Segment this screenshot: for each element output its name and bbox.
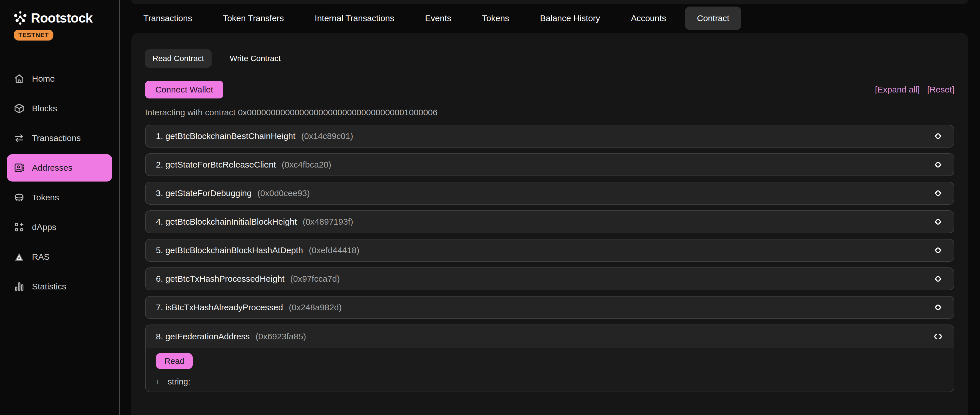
sidebar-item-tokens[interactable]: Tokens	[7, 184, 112, 211]
result-line: ∟ string:	[156, 377, 943, 386]
function-row[interactable]: 3. getStateForDebugging (0x0d0cee93)	[145, 182, 954, 205]
tab-contract[interactable]: Contract	[685, 6, 741, 30]
sidebar-item-label: Blocks	[32, 103, 57, 113]
sidebar-item-label: RAS	[32, 252, 50, 262]
coin-icon	[14, 192, 25, 203]
sidebar-item-blocks[interactable]: Blocks	[7, 95, 112, 122]
function-row[interactable]: 6. getBtcTxHashProcessedHeight (0x97fcca…	[145, 267, 954, 290]
contract-subtabs: Read ContractWrite Contract	[145, 49, 954, 68]
function-selector: (0x97fcca7d)	[290, 274, 340, 283]
main-area: TransactionsToken TransfersInternal Tran…	[120, 0, 980, 415]
reset-link[interactable]: [Reset]	[927, 85, 954, 94]
tab-transactions[interactable]: Transactions	[131, 6, 204, 30]
subtab-read-contract[interactable]: Read Contract	[145, 49, 212, 68]
sidebar-item-label: Tokens	[32, 192, 59, 202]
code-icon[interactable]	[932, 131, 943, 142]
function-selector: (0x4897193f)	[303, 217, 353, 226]
testnet-badge: TESTNET	[14, 30, 53, 41]
function-selector: (0x0d0cee93)	[258, 188, 310, 198]
function-row[interactable]: 5. getBtcBlockchainBlockHashAtDepth (0xe…	[145, 239, 954, 262]
sidebar-nav: Home Blocks Transactions Addresses Token…	[0, 65, 119, 300]
interacting-with-contract-text: Interacting with contract 0x000000000000…	[145, 108, 954, 117]
transactions-icon	[14, 133, 25, 143]
wallet-row: Connect Wallet [Expand all] [Reset]	[145, 81, 954, 99]
function-row-expanded: 8. getFederationAddress (0x6923fa85) Rea…	[145, 324, 954, 392]
sidebar-item-label: Statistics	[32, 282, 66, 291]
function-row[interactable]: 1. getBtcBlockchainBestChainHeight (0x14…	[145, 125, 954, 148]
contact-card-icon	[14, 162, 25, 173]
tab-events[interactable]: Events	[413, 6, 463, 30]
output-type-label: string:	[168, 377, 190, 386]
sidebar-item-label: Transactions	[32, 133, 81, 143]
contract-card: Read ContractWrite Contract Connect Wall…	[131, 33, 968, 415]
function-body: Read ∟ string:	[146, 348, 954, 391]
tab-internal-transactions[interactable]: Internal Transactions	[303, 6, 406, 30]
sidebar-item-addresses[interactable]: Addresses	[7, 154, 112, 181]
subtab-write-contract[interactable]: Write Contract	[223, 49, 288, 68]
tab-token-transfers[interactable]: Token Transfers	[211, 6, 296, 30]
sidebar-item-ras[interactable]: RAS	[7, 243, 112, 270]
app-window: Rootstock TESTNET Home Blocks Transactio…	[0, 0, 980, 415]
cube-icon	[14, 103, 25, 114]
function-selector: (0x14c89c01)	[301, 131, 353, 141]
dapps-icon	[14, 222, 25, 233]
statistics-icon	[14, 281, 25, 292]
function-row[interactable]: 2. getStateForBtcReleaseClient (0xc4fbca…	[145, 153, 954, 176]
code-icon[interactable]	[932, 188, 943, 199]
connect-wallet-button[interactable]: Connect Wallet	[145, 81, 223, 99]
brand-name: Rootstock	[31, 10, 92, 26]
tokens-icon	[14, 192, 25, 203]
ras-icon	[14, 251, 25, 262]
read-button[interactable]: Read	[156, 353, 193, 369]
ras-triangle-icon	[14, 251, 25, 262]
expand-all-link[interactable]: [Expand all]	[875, 85, 920, 94]
code-icon[interactable]	[932, 273, 943, 284]
sidebar-item-statistics[interactable]: Statistics	[7, 273, 112, 300]
tab-tokens[interactable]: Tokens	[470, 6, 521, 30]
addresses-icon	[14, 162, 25, 173]
dapps-grid-icon	[14, 222, 25, 233]
sidebar-item-label: Addresses	[32, 163, 73, 173]
sidebar: Rootstock TESTNET Home Blocks Transactio…	[0, 0, 120, 415]
function-title: 7. isBtcTxHashAlreadyProcessed	[156, 302, 286, 312]
address-tabs: TransactionsToken TransfersInternal Tran…	[131, 4, 968, 33]
function-selector: (0x6923fa85)	[256, 332, 306, 341]
panel-links: [Expand all] [Reset]	[875, 85, 954, 94]
sidebar-item-dapps[interactable]: dApps	[7, 213, 112, 241]
function-row[interactable]: 7. isBtcTxHashAlreadyProcessed (0x248a98…	[145, 296, 954, 319]
function-title: 6. getBtcTxHashProcessedHeight	[156, 274, 287, 283]
code-icon[interactable]	[932, 216, 943, 227]
function-selector: (0x248a982d)	[289, 302, 342, 312]
function-selector: (0xefd44418)	[309, 245, 360, 255]
home-icon	[14, 73, 25, 84]
swap-arrows-icon	[14, 133, 25, 143]
function-title: 5. getBtcBlockchainBlockHashAtDepth	[156, 245, 305, 255]
bar-chart-icon	[14, 281, 25, 292]
code-icon[interactable]	[932, 302, 943, 313]
rootstock-logo-icon	[14, 11, 27, 25]
sidebar-item-label: dApps	[32, 223, 56, 232]
function-title: 3. getStateForDebugging	[156, 188, 254, 198]
sidebar-item-label: Home	[32, 74, 55, 84]
sidebar-item-transactions[interactable]: Transactions	[7, 124, 112, 152]
function-list: 1. getBtcBlockchainBestChainHeight (0x14…	[145, 125, 954, 392]
tab-balance-history[interactable]: Balance History	[528, 6, 612, 30]
code-icon[interactable]	[932, 159, 943, 170]
function-title: 2. getStateForBtcReleaseClient	[156, 160, 278, 169]
code-icon-expanded[interactable]	[932, 331, 943, 342]
blocks-icon	[14, 103, 25, 114]
scrolled-card-edge	[131, 0, 968, 4]
function-row[interactable]: 4. getBtcBlockchainInitialBlockHeight (0…	[145, 210, 954, 233]
function-row-header[interactable]: 8. getFederationAddress (0x6923fa85)	[146, 325, 954, 348]
tab-accounts[interactable]: Accounts	[619, 6, 678, 30]
brand-logo[interactable]: Rootstock	[0, 10, 119, 26]
home-icon	[14, 73, 25, 84]
function-title: 8. getFederationAddress	[156, 332, 252, 341]
return-indicator: ∟	[156, 377, 163, 386]
function-title: 1. getBtcBlockchainBestChainHeight	[156, 131, 298, 141]
sidebar-item-home[interactable]: Home	[7, 65, 112, 92]
function-title: 4. getBtcBlockchainInitialBlockHeight	[156, 217, 299, 226]
code-icon[interactable]	[932, 245, 943, 256]
function-selector: (0xc4fbca20)	[282, 160, 331, 169]
